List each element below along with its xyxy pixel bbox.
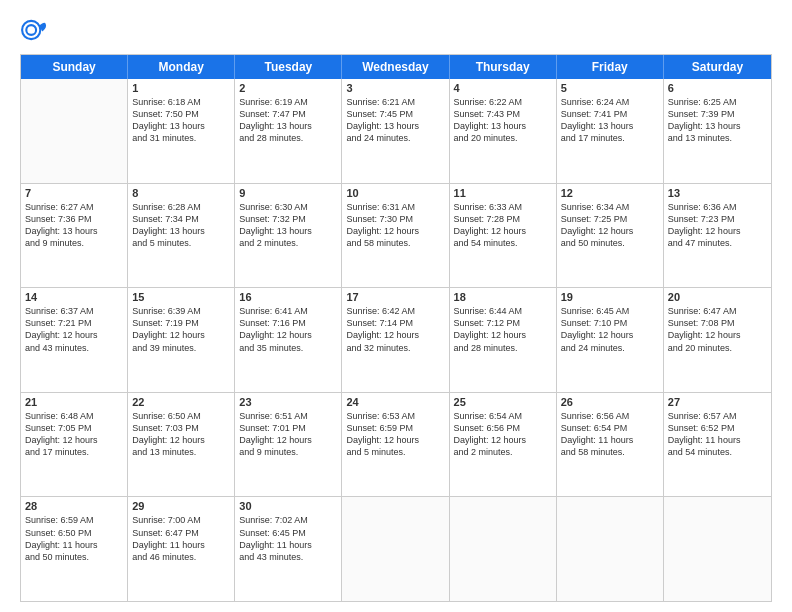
weekday-header: Saturday <box>664 55 771 79</box>
calendar-cell <box>557 497 664 601</box>
svg-point-1 <box>26 25 36 35</box>
calendar-cell: 25Sunrise: 6:54 AM Sunset: 6:56 PM Dayli… <box>450 393 557 497</box>
cell-day-number: 9 <box>239 187 337 199</box>
cell-day-number: 21 <box>25 396 123 408</box>
calendar-cell: 27Sunrise: 6:57 AM Sunset: 6:52 PM Dayli… <box>664 393 771 497</box>
cell-info: Sunrise: 6:30 AM Sunset: 7:32 PM Dayligh… <box>239 201 337 250</box>
calendar-cell <box>21 79 128 183</box>
cell-day-number: 4 <box>454 82 552 94</box>
cell-day-number: 20 <box>668 291 767 303</box>
calendar-cell: 28Sunrise: 6:59 AM Sunset: 6:50 PM Dayli… <box>21 497 128 601</box>
calendar-cell: 4Sunrise: 6:22 AM Sunset: 7:43 PM Daylig… <box>450 79 557 183</box>
header <box>20 16 772 44</box>
cell-info: Sunrise: 6:28 AM Sunset: 7:34 PM Dayligh… <box>132 201 230 250</box>
cell-day-number: 6 <box>668 82 767 94</box>
cell-info: Sunrise: 7:02 AM Sunset: 6:45 PM Dayligh… <box>239 514 337 563</box>
logo-icon <box>20 16 48 44</box>
cell-info: Sunrise: 6:53 AM Sunset: 6:59 PM Dayligh… <box>346 410 444 459</box>
cell-info: Sunrise: 6:24 AM Sunset: 7:41 PM Dayligh… <box>561 96 659 145</box>
calendar-row: 14Sunrise: 6:37 AM Sunset: 7:21 PM Dayli… <box>21 288 771 393</box>
cell-info: Sunrise: 6:59 AM Sunset: 6:50 PM Dayligh… <box>25 514 123 563</box>
cell-day-number: 13 <box>668 187 767 199</box>
weekday-header: Thursday <box>450 55 557 79</box>
cell-info: Sunrise: 6:45 AM Sunset: 7:10 PM Dayligh… <box>561 305 659 354</box>
calendar-cell: 12Sunrise: 6:34 AM Sunset: 7:25 PM Dayli… <box>557 184 664 288</box>
page: SundayMondayTuesdayWednesdayThursdayFrid… <box>0 0 792 612</box>
cell-info: Sunrise: 6:25 AM Sunset: 7:39 PM Dayligh… <box>668 96 767 145</box>
calendar-body: 1Sunrise: 6:18 AM Sunset: 7:50 PM Daylig… <box>21 79 771 601</box>
logo <box>20 16 52 44</box>
cell-day-number: 3 <box>346 82 444 94</box>
calendar-cell: 11Sunrise: 6:33 AM Sunset: 7:28 PM Dayli… <box>450 184 557 288</box>
cell-day-number: 23 <box>239 396 337 408</box>
cell-day-number: 2 <box>239 82 337 94</box>
calendar-cell <box>342 497 449 601</box>
cell-info: Sunrise: 6:33 AM Sunset: 7:28 PM Dayligh… <box>454 201 552 250</box>
cell-day-number: 22 <box>132 396 230 408</box>
calendar-cell <box>664 497 771 601</box>
calendar-cell: 2Sunrise: 6:19 AM Sunset: 7:47 PM Daylig… <box>235 79 342 183</box>
cell-info: Sunrise: 6:39 AM Sunset: 7:19 PM Dayligh… <box>132 305 230 354</box>
cell-info: Sunrise: 6:50 AM Sunset: 7:03 PM Dayligh… <box>132 410 230 459</box>
cell-info: Sunrise: 6:56 AM Sunset: 6:54 PM Dayligh… <box>561 410 659 459</box>
calendar-cell: 8Sunrise: 6:28 AM Sunset: 7:34 PM Daylig… <box>128 184 235 288</box>
calendar-cell: 1Sunrise: 6:18 AM Sunset: 7:50 PM Daylig… <box>128 79 235 183</box>
calendar-cell: 29Sunrise: 7:00 AM Sunset: 6:47 PM Dayli… <box>128 497 235 601</box>
cell-day-number: 29 <box>132 500 230 512</box>
weekday-header: Wednesday <box>342 55 449 79</box>
cell-info: Sunrise: 6:44 AM Sunset: 7:12 PM Dayligh… <box>454 305 552 354</box>
cell-day-number: 30 <box>239 500 337 512</box>
weekday-header: Friday <box>557 55 664 79</box>
cell-day-number: 14 <box>25 291 123 303</box>
cell-day-number: 10 <box>346 187 444 199</box>
calendar-cell: 9Sunrise: 6:30 AM Sunset: 7:32 PM Daylig… <box>235 184 342 288</box>
calendar-cell: 13Sunrise: 6:36 AM Sunset: 7:23 PM Dayli… <box>664 184 771 288</box>
cell-day-number: 19 <box>561 291 659 303</box>
cell-info: Sunrise: 6:41 AM Sunset: 7:16 PM Dayligh… <box>239 305 337 354</box>
calendar-row: 28Sunrise: 6:59 AM Sunset: 6:50 PM Dayli… <box>21 497 771 601</box>
calendar-cell: 30Sunrise: 7:02 AM Sunset: 6:45 PM Dayli… <box>235 497 342 601</box>
cell-info: Sunrise: 6:54 AM Sunset: 6:56 PM Dayligh… <box>454 410 552 459</box>
calendar-cell: 3Sunrise: 6:21 AM Sunset: 7:45 PM Daylig… <box>342 79 449 183</box>
calendar-cell: 26Sunrise: 6:56 AM Sunset: 6:54 PM Dayli… <box>557 393 664 497</box>
calendar-header: SundayMondayTuesdayWednesdayThursdayFrid… <box>21 55 771 79</box>
calendar-cell: 20Sunrise: 6:47 AM Sunset: 7:08 PM Dayli… <box>664 288 771 392</box>
cell-info: Sunrise: 6:48 AM Sunset: 7:05 PM Dayligh… <box>25 410 123 459</box>
cell-info: Sunrise: 6:18 AM Sunset: 7:50 PM Dayligh… <box>132 96 230 145</box>
calendar-cell: 21Sunrise: 6:48 AM Sunset: 7:05 PM Dayli… <box>21 393 128 497</box>
cell-day-number: 24 <box>346 396 444 408</box>
cell-info: Sunrise: 6:31 AM Sunset: 7:30 PM Dayligh… <box>346 201 444 250</box>
weekday-header: Sunday <box>21 55 128 79</box>
cell-day-number: 27 <box>668 396 767 408</box>
calendar-cell: 24Sunrise: 6:53 AM Sunset: 6:59 PM Dayli… <box>342 393 449 497</box>
calendar-cell: 15Sunrise: 6:39 AM Sunset: 7:19 PM Dayli… <box>128 288 235 392</box>
calendar-cell: 10Sunrise: 6:31 AM Sunset: 7:30 PM Dayli… <box>342 184 449 288</box>
calendar-cell <box>450 497 557 601</box>
cell-day-number: 8 <box>132 187 230 199</box>
cell-info: Sunrise: 7:00 AM Sunset: 6:47 PM Dayligh… <box>132 514 230 563</box>
cell-info: Sunrise: 6:21 AM Sunset: 7:45 PM Dayligh… <box>346 96 444 145</box>
cell-day-number: 18 <box>454 291 552 303</box>
calendar-cell: 18Sunrise: 6:44 AM Sunset: 7:12 PM Dayli… <box>450 288 557 392</box>
svg-point-0 <box>22 21 40 39</box>
cell-day-number: 25 <box>454 396 552 408</box>
calendar-row: 1Sunrise: 6:18 AM Sunset: 7:50 PM Daylig… <box>21 79 771 184</box>
calendar-cell: 5Sunrise: 6:24 AM Sunset: 7:41 PM Daylig… <box>557 79 664 183</box>
cell-info: Sunrise: 6:34 AM Sunset: 7:25 PM Dayligh… <box>561 201 659 250</box>
cell-day-number: 28 <box>25 500 123 512</box>
cell-info: Sunrise: 6:27 AM Sunset: 7:36 PM Dayligh… <box>25 201 123 250</box>
calendar-cell: 7Sunrise: 6:27 AM Sunset: 7:36 PM Daylig… <box>21 184 128 288</box>
calendar-cell: 19Sunrise: 6:45 AM Sunset: 7:10 PM Dayli… <box>557 288 664 392</box>
cell-info: Sunrise: 6:19 AM Sunset: 7:47 PM Dayligh… <box>239 96 337 145</box>
calendar-cell: 22Sunrise: 6:50 AM Sunset: 7:03 PM Dayli… <box>128 393 235 497</box>
calendar-row: 7Sunrise: 6:27 AM Sunset: 7:36 PM Daylig… <box>21 184 771 289</box>
cell-info: Sunrise: 6:57 AM Sunset: 6:52 PM Dayligh… <box>668 410 767 459</box>
cell-info: Sunrise: 6:47 AM Sunset: 7:08 PM Dayligh… <box>668 305 767 354</box>
cell-info: Sunrise: 6:37 AM Sunset: 7:21 PM Dayligh… <box>25 305 123 354</box>
cell-info: Sunrise: 6:42 AM Sunset: 7:14 PM Dayligh… <box>346 305 444 354</box>
calendar: SundayMondayTuesdayWednesdayThursdayFrid… <box>20 54 772 602</box>
calendar-cell: 16Sunrise: 6:41 AM Sunset: 7:16 PM Dayli… <box>235 288 342 392</box>
cell-day-number: 1 <box>132 82 230 94</box>
cell-day-number: 12 <box>561 187 659 199</box>
calendar-cell: 6Sunrise: 6:25 AM Sunset: 7:39 PM Daylig… <box>664 79 771 183</box>
